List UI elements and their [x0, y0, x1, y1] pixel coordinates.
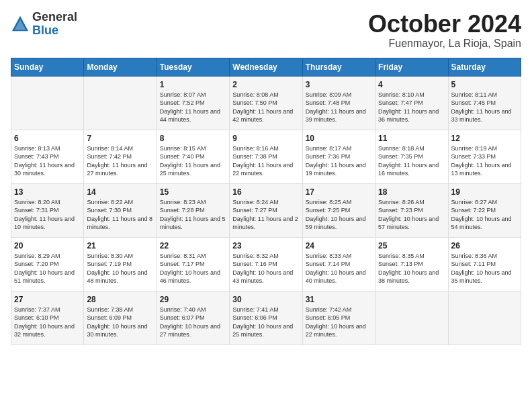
calendar-day-cell: 25Sunrise: 8:35 AM Sunset: 7:13 PM Dayli… — [375, 237, 448, 291]
day-info: Sunrise: 8:35 AM Sunset: 7:13 PM Dayligh… — [378, 252, 445, 285]
logo-icon — [11, 15, 30, 34]
calendar-week-row: 13Sunrise: 8:20 AM Sunset: 7:31 PM Dayli… — [11, 183, 521, 237]
calendar-day-cell — [84, 76, 157, 130]
day-number: 11 — [378, 134, 445, 143]
weekday-header-cell: Wednesday — [230, 58, 302, 76]
calendar-table: SundayMondayTuesdayWednesdayThursdayFrid… — [11, 58, 521, 345]
weekday-header-cell: Friday — [375, 58, 448, 76]
calendar-day-cell: 3Sunrise: 8:09 AM Sunset: 7:48 PM Daylig… — [302, 76, 375, 130]
day-info: Sunrise: 7:42 AM Sunset: 6:05 PM Dayligh… — [306, 306, 372, 339]
calendar-day-cell: 26Sunrise: 8:36 AM Sunset: 7:11 PM Dayli… — [448, 237, 521, 291]
day-info: Sunrise: 8:19 AM Sunset: 7:33 PM Dayligh… — [451, 144, 518, 178]
day-info: Sunrise: 8:23 AM Sunset: 7:28 PM Dayligh… — [160, 198, 226, 232]
calendar-day-cell: 10Sunrise: 8:17 AM Sunset: 7:36 PM Dayli… — [302, 130, 375, 183]
logo: General Blue — [11, 11, 77, 38]
logo-text: General Blue — [32, 11, 77, 38]
day-number: 7 — [87, 134, 153, 143]
day-info: Sunrise: 7:41 AM Sunset: 6:06 PM Dayligh… — [232, 306, 299, 339]
calendar-day-cell: 9Sunrise: 8:16 AM Sunset: 7:38 PM Daylig… — [230, 130, 302, 183]
calendar-day-cell: 28Sunrise: 7:38 AM Sunset: 6:09 PM Dayli… — [84, 291, 157, 345]
day-info: Sunrise: 8:29 AM Sunset: 7:20 PM Dayligh… — [14, 252, 81, 285]
calendar-day-cell: 20Sunrise: 8:29 AM Sunset: 7:20 PM Dayli… — [11, 237, 84, 291]
calendar-day-cell: 12Sunrise: 8:19 AM Sunset: 7:33 PM Dayli… — [448, 130, 521, 183]
day-info: Sunrise: 8:27 AM Sunset: 7:22 PM Dayligh… — [451, 198, 518, 232]
day-number: 14 — [87, 187, 153, 197]
day-number: 2 — [232, 80, 299, 89]
calendar-day-cell: 8Sunrise: 8:15 AM Sunset: 7:40 PM Daylig… — [157, 130, 229, 183]
day-info: Sunrise: 7:37 AM Sunset: 6:10 PM Dayligh… — [14, 306, 81, 339]
calendar-day-cell: 13Sunrise: 8:20 AM Sunset: 7:31 PM Dayli… — [11, 183, 84, 237]
day-number: 21 — [87, 241, 153, 250]
calendar-day-cell: 6Sunrise: 8:13 AM Sunset: 7:43 PM Daylig… — [11, 130, 84, 183]
day-number: 30 — [232, 295, 299, 304]
day-info: Sunrise: 8:17 AM Sunset: 7:36 PM Dayligh… — [306, 144, 372, 178]
day-number: 8 — [160, 134, 226, 143]
weekday-header-cell: Thursday — [302, 58, 375, 76]
calendar-week-row: 27Sunrise: 7:37 AM Sunset: 6:10 PM Dayli… — [11, 291, 521, 345]
day-info: Sunrise: 8:22 AM Sunset: 7:30 PM Dayligh… — [87, 198, 153, 232]
location: Fuenmayor, La Rioja, Spain — [368, 38, 521, 50]
day-number: 5 — [451, 80, 518, 89]
day-info: Sunrise: 8:09 AM Sunset: 7:48 PM Dayligh… — [306, 91, 372, 124]
day-info: Sunrise: 8:11 AM Sunset: 7:45 PM Dayligh… — [451, 91, 518, 124]
calendar-week-row: 1Sunrise: 8:07 AM Sunset: 7:52 PM Daylig… — [11, 76, 521, 130]
day-number: 13 — [14, 187, 81, 197]
calendar-day-cell: 14Sunrise: 8:22 AM Sunset: 7:30 PM Dayli… — [84, 183, 157, 237]
calendar-week-row: 6Sunrise: 8:13 AM Sunset: 7:43 PM Daylig… — [11, 130, 521, 183]
day-info: Sunrise: 8:15 AM Sunset: 7:40 PM Dayligh… — [160, 144, 226, 178]
day-info: Sunrise: 8:07 AM Sunset: 7:52 PM Dayligh… — [160, 91, 226, 124]
calendar-day-cell: 17Sunrise: 8:25 AM Sunset: 7:25 PM Dayli… — [302, 183, 375, 237]
calendar-day-cell: 7Sunrise: 8:14 AM Sunset: 7:42 PM Daylig… — [84, 130, 157, 183]
calendar-day-cell: 19Sunrise: 8:27 AM Sunset: 7:22 PM Dayli… — [448, 183, 521, 237]
weekday-header-row: SundayMondayTuesdayWednesdayThursdayFrid… — [11, 58, 521, 76]
day-number: 18 — [378, 187, 445, 197]
day-info: Sunrise: 8:08 AM Sunset: 7:50 PM Dayligh… — [232, 91, 299, 124]
calendar-day-cell — [375, 291, 448, 345]
day-info: Sunrise: 8:13 AM Sunset: 7:43 PM Dayligh… — [14, 144, 81, 178]
calendar-day-cell: 31Sunrise: 7:42 AM Sunset: 6:05 PM Dayli… — [302, 291, 375, 345]
weekday-header-cell: Saturday — [448, 58, 521, 76]
day-number: 28 — [87, 295, 153, 304]
weekday-header-cell: Monday — [84, 58, 157, 76]
day-number: 24 — [306, 241, 372, 250]
day-number: 29 — [160, 295, 226, 304]
calendar-day-cell: 5Sunrise: 8:11 AM Sunset: 7:45 PM Daylig… — [448, 76, 521, 130]
calendar-week-row: 20Sunrise: 8:29 AM Sunset: 7:20 PM Dayli… — [11, 237, 521, 291]
day-number: 12 — [451, 134, 518, 143]
calendar-day-cell: 23Sunrise: 8:32 AM Sunset: 7:16 PM Dayli… — [230, 237, 302, 291]
calendar-day-cell: 4Sunrise: 8:10 AM Sunset: 7:47 PM Daylig… — [375, 76, 448, 130]
day-number: 17 — [306, 187, 372, 197]
day-info: Sunrise: 8:36 AM Sunset: 7:11 PM Dayligh… — [451, 252, 518, 285]
month-title: October 2024 — [368, 11, 521, 38]
calendar-day-cell: 21Sunrise: 8:30 AM Sunset: 7:19 PM Dayli… — [84, 237, 157, 291]
day-info: Sunrise: 8:32 AM Sunset: 7:16 PM Dayligh… — [232, 252, 299, 285]
day-info: Sunrise: 8:33 AM Sunset: 7:14 PM Dayligh… — [306, 252, 372, 285]
calendar-day-cell: 24Sunrise: 8:33 AM Sunset: 7:14 PM Dayli… — [302, 237, 375, 291]
calendar-body: 1Sunrise: 8:07 AM Sunset: 7:52 PM Daylig… — [11, 76, 521, 345]
calendar-day-cell: 16Sunrise: 8:24 AM Sunset: 7:27 PM Dayli… — [230, 183, 302, 237]
day-info: Sunrise: 8:20 AM Sunset: 7:31 PM Dayligh… — [14, 198, 81, 232]
day-number: 26 — [451, 241, 518, 250]
day-info: Sunrise: 8:16 AM Sunset: 7:38 PM Dayligh… — [232, 144, 299, 178]
day-number: 15 — [160, 187, 226, 197]
calendar-day-cell — [448, 291, 521, 345]
day-info: Sunrise: 8:26 AM Sunset: 7:23 PM Dayligh… — [378, 198, 445, 232]
calendar-day-cell: 2Sunrise: 8:08 AM Sunset: 7:50 PM Daylig… — [230, 76, 302, 130]
calendar-day-cell: 27Sunrise: 7:37 AM Sunset: 6:10 PM Dayli… — [11, 291, 84, 345]
day-info: Sunrise: 8:25 AM Sunset: 7:25 PM Dayligh… — [306, 198, 372, 232]
calendar-day-cell: 1Sunrise: 8:07 AM Sunset: 7:52 PM Daylig… — [157, 76, 229, 130]
day-number: 25 — [378, 241, 445, 250]
calendar-day-cell: 18Sunrise: 8:26 AM Sunset: 7:23 PM Dayli… — [375, 183, 448, 237]
day-number: 6 — [14, 134, 81, 143]
weekday-header-cell: Tuesday — [157, 58, 229, 76]
day-info: Sunrise: 7:40 AM Sunset: 6:07 PM Dayligh… — [160, 306, 226, 339]
day-info: Sunrise: 7:38 AM Sunset: 6:09 PM Dayligh… — [87, 306, 153, 339]
calendar-day-cell — [11, 76, 84, 130]
day-number: 3 — [306, 80, 372, 89]
calendar-day-cell: 15Sunrise: 8:23 AM Sunset: 7:28 PM Dayli… — [157, 183, 229, 237]
calendar-day-cell: 30Sunrise: 7:41 AM Sunset: 6:06 PM Dayli… — [230, 291, 302, 345]
day-info: Sunrise: 8:30 AM Sunset: 7:19 PM Dayligh… — [87, 252, 153, 285]
day-info: Sunrise: 8:10 AM Sunset: 7:47 PM Dayligh… — [378, 91, 445, 124]
weekday-header-cell: Sunday — [11, 58, 84, 76]
day-info: Sunrise: 8:14 AM Sunset: 7:42 PM Dayligh… — [87, 144, 153, 178]
